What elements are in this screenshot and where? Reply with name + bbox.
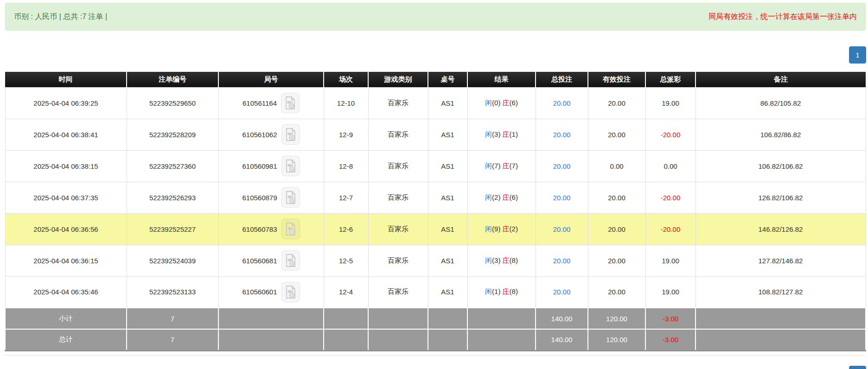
cell-remark-text: 126.82/106.82 [759, 194, 803, 202]
result-player-score: (7) [492, 162, 500, 170]
video-replay-button[interactable] [281, 187, 300, 208]
result-player-score: (0) [492, 99, 500, 107]
total-bet-link[interactable]: 20.00 [553, 288, 571, 296]
cell-session-text: 12-9 [339, 131, 353, 139]
footer-cell-valid_bet: 120.00 [588, 308, 645, 329]
cell-game_type-text: 百家乐 [388, 130, 408, 138]
cell-result: 闲(2) 庄(6) [467, 182, 536, 213]
video-replay-icon [284, 96, 296, 110]
cell-round_no: 610561062 [218, 119, 324, 150]
page-button-1-bottom[interactable]: 1 [849, 366, 866, 369]
footer-cell-result [467, 329, 536, 350]
cell-valid_bet-text: 20.00 [608, 225, 625, 233]
video-replay-button[interactable] [281, 93, 300, 113]
cell-time-text: 2025-04-04 06:36:15 [33, 257, 98, 265]
cell-payout-text: 0.00 [664, 162, 677, 170]
total-row: 总计7140.00120.00-3.00 [5, 329, 866, 350]
cell-remark: 127.82/146.82 [696, 245, 866, 276]
footer-cell-total_bet: 140.00 [536, 308, 588, 329]
footer-cell-total_bet: 140.00 [536, 329, 588, 350]
cell-table_no-text: AS1 [441, 162, 454, 170]
cell-time: 2025-04-04 06:38:41 [5, 119, 127, 150]
result-player-label: 闲 [485, 256, 492, 264]
table-row: 2025-04-04 06:39:25522392529650610561164… [5, 87, 866, 119]
table-row: 2025-04-04 06:38:41522392528209610561062… [5, 119, 866, 150]
cell-total_bet: 20.00 [536, 245, 588, 276]
result-banker-score: (8) [510, 256, 518, 264]
cell-valid_bet: 20.00 [588, 276, 645, 308]
video-replay-icon [285, 191, 297, 204]
cell-table_no-text: AS1 [441, 257, 454, 265]
video-replay-button[interactable] [281, 250, 300, 271]
video-replay-icon [285, 254, 297, 267]
result-player-label: 闲 [485, 99, 492, 107]
cell-valid_bet-text: 20.00 [608, 257, 625, 265]
total-bet-link[interactable]: 20.00 [553, 194, 571, 202]
cell-table_no-text: AS1 [441, 194, 454, 202]
total-bet-link[interactable]: 20.00 [553, 131, 571, 139]
cell-payout-text: -20.00 [661, 131, 681, 139]
video-replay-button[interactable] [281, 156, 300, 176]
cell-game_type: 百家乐 [368, 213, 428, 245]
cell-valid_bet: 20.00 [588, 245, 645, 276]
cell-bet_no-text: 522392525227 [149, 225, 196, 233]
video-replay-icon [285, 222, 297, 236]
cell-remark: 126.82/106.82 [696, 182, 866, 213]
total-bet-link[interactable]: 20.00 [553, 225, 571, 233]
cell-session: 12-6 [324, 213, 368, 245]
result-banker-label: 庄 [503, 162, 510, 170]
cell-valid_bet: 20.00 [588, 213, 645, 245]
cell-round_no: 610561164 [218, 87, 324, 119]
cell-table_no: AS1 [428, 245, 467, 276]
footer-cell-count: 7 [127, 308, 218, 329]
cell-payout: -20.00 [645, 213, 696, 245]
footer-cell-game_type [368, 308, 428, 329]
cell-time-text: 2025-04-04 06:37:35 [33, 194, 98, 202]
footer-cell-payout: -3.00 [645, 329, 696, 350]
cell-payout-text: -20.00 [661, 194, 681, 202]
cell-remark: 106.82/86.82 [696, 119, 866, 150]
cell-remark: 146.82/126.82 [696, 213, 866, 245]
column-header-bet_no: 注单编号 [127, 72, 218, 87]
column-header-time: 时间 [5, 72, 127, 87]
cell-bet_no-text: 522392526293 [149, 194, 196, 202]
total-bet-link[interactable]: 20.00 [553, 162, 571, 170]
result-player-score: (2) [492, 193, 500, 201]
cell-round_no: 610560681 [218, 245, 324, 276]
video-replay-button[interactable] [281, 124, 300, 145]
cell-payout-text: -20.00 [661, 225, 681, 233]
column-header-remark: 备注 [696, 72, 866, 87]
total-bet-link[interactable]: 20.00 [553, 99, 571, 107]
round-number-text: 610560601 [242, 288, 277, 296]
total-bet-link[interactable]: 20.00 [553, 257, 571, 265]
result-player-score: (3) [492, 256, 500, 264]
cell-game_type-text: 百家乐 [388, 193, 408, 201]
cell-game_type-text: 百家乐 [388, 256, 408, 264]
cell-table_no-text: AS1 [441, 225, 454, 233]
round-number-text: 610561164 [243, 99, 277, 107]
cell-valid_bet-text: 20.00 [608, 131, 625, 139]
video-replay-button[interactable] [281, 219, 300, 239]
page-button-1-top[interactable]: 1 [849, 46, 866, 64]
cell-total_bet: 20.00 [536, 119, 588, 150]
cell-game_type: 百家乐 [368, 119, 428, 150]
cell-session: 12-7 [324, 182, 368, 213]
table-header-row: 时间注单编号局号场次游戏类别桌号结果总投注有效投注总派彩备注 [5, 72, 866, 87]
video-replay-button[interactable] [281, 282, 300, 302]
round-number-text: 610560681 [242, 257, 277, 265]
cell-time-text: 2025-04-04 06:36:56 [33, 225, 98, 233]
cell-result: 闲(9) 庄(2) [467, 213, 536, 245]
cell-game_type: 百家乐 [368, 245, 428, 276]
table-bottom-divider [5, 355, 865, 356]
round-number-text: 610560879 [242, 194, 277, 202]
cell-result: 闲(3) 庄(8) [467, 245, 536, 276]
cell-bet_no-text: 522392529650 [149, 99, 196, 107]
result-player-score: (3) [492, 130, 500, 138]
cell-result: 闲(3) 庄(1) [467, 119, 536, 150]
cell-bet_no: 522392524039 [127, 245, 218, 276]
result-banker-score: (6) [510, 99, 518, 107]
cell-session-text: 12-7 [339, 194, 353, 202]
cell-valid_bet-text: 20.00 [608, 288, 625, 296]
table-row: 2025-04-04 06:37:35522392526293610560879… [5, 182, 866, 213]
cell-remark: 106.82/106.82 [696, 150, 866, 182]
